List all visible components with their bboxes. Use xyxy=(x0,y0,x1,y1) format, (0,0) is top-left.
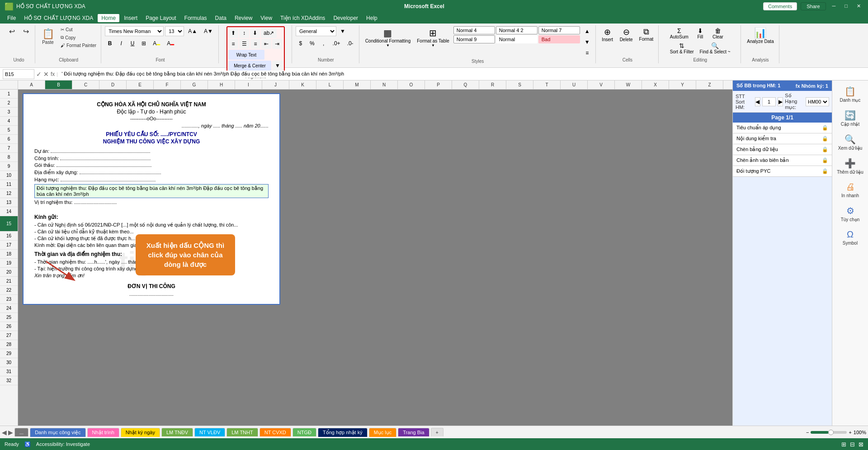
style-normal42[interactable]: Normal 4 2 xyxy=(496,26,538,34)
col-d[interactable]: D xyxy=(99,81,127,89)
cell-area[interactable]: CỘNG HÒA XÃ HỘI CHỦ NGHĨA VIỆT NAM Độc l… xyxy=(18,90,732,426)
menu-developer[interactable]: Developer xyxy=(330,14,362,22)
col-a[interactable]: A xyxy=(18,81,45,89)
format-cell-button[interactable]: ⧉ Format xyxy=(637,26,656,43)
panel-field-doi-tuong[interactable]: Đối tượng PYC 🔒 xyxy=(733,166,832,177)
panel-field-chen-bang[interactable]: Chèn bảng dữ liệu 🔒 xyxy=(733,144,832,155)
formula-cancel-icon[interactable]: ✕ xyxy=(43,71,49,78)
tuy-chon-button[interactable]: ⚙ Tùy chọn xyxy=(835,203,866,225)
row-20[interactable]: 20 xyxy=(0,268,18,277)
col-h[interactable]: H xyxy=(208,81,235,89)
increase-font-button[interactable]: A▲ xyxy=(185,26,200,36)
tab-danh-muc[interactable]: Danh mục công việc xyxy=(30,428,85,437)
align-right-button[interactable]: ≡ xyxy=(250,39,260,49)
menu-review[interactable]: Review xyxy=(231,14,256,22)
tab-add[interactable]: + xyxy=(431,428,443,436)
cell-reference-input[interactable] xyxy=(3,69,34,79)
danh-muc-button[interactable]: 📋 Danh mục xyxy=(835,83,866,105)
col-r[interactable]: R xyxy=(479,81,506,89)
zoom-out-icon[interactable]: − xyxy=(806,430,809,435)
insert-cell-button[interactable]: ⊕ Insert xyxy=(599,26,616,43)
decrease-decimal-button[interactable]: .0- xyxy=(344,38,356,48)
fill-color-button[interactable]: A▬ xyxy=(150,38,163,48)
col-y[interactable]: Y xyxy=(669,81,696,89)
nav-next[interactable]: ▶ xyxy=(778,97,783,106)
style-bad[interactable]: Bad xyxy=(538,35,580,43)
view-page-layout-icon[interactable]: ⊠ xyxy=(859,441,863,448)
fill-button[interactable]: ⬇ Fill xyxy=(692,26,708,40)
format-as-table-button[interactable]: ⊞ Format as Table ▼ xyxy=(415,26,452,49)
row-16[interactable]: 16 xyxy=(0,232,18,241)
col-q[interactable]: Q xyxy=(452,81,479,89)
tab-lm-tnht[interactable]: LM TNHT xyxy=(226,428,258,436)
align-middle-button[interactable]: ↕ xyxy=(239,28,249,38)
wrap-text-button[interactable]: Wrap Text xyxy=(228,50,264,60)
indent-increase-button[interactable]: ⇥ xyxy=(272,39,282,49)
copy-button[interactable]: ⧉ Copy xyxy=(59,34,98,41)
tab-nt-vldv[interactable]: NT VLĐV xyxy=(194,428,225,436)
border-button[interactable]: ⊞ xyxy=(139,38,149,48)
row-28[interactable]: 28 xyxy=(0,340,18,349)
view-page-break-icon[interactable]: ⊟ xyxy=(850,441,855,448)
col-aa[interactable]: AA xyxy=(723,81,732,89)
find-select-button[interactable]: 🔍 Find & Select ~ xyxy=(698,41,733,55)
xem-du-lieu-button[interactable]: 🔍 Xem dữ liệu xyxy=(835,131,866,153)
row-3[interactable]: 3 xyxy=(0,108,18,117)
font-size-select[interactable]: 13 xyxy=(165,26,184,36)
align-top-button[interactable]: ⬆ xyxy=(228,28,238,38)
row-32[interactable]: 32 xyxy=(0,376,18,385)
col-x[interactable]: X xyxy=(642,81,669,89)
row-6[interactable]: 6 xyxy=(0,135,18,144)
row-14[interactable]: 14 xyxy=(0,207,18,216)
menu-page-layout[interactable]: Page Layout xyxy=(142,14,179,22)
panel-field-tieu-chuan[interactable]: Tiêu chuẩn áp dụng 🔒 xyxy=(733,123,832,133)
row-8[interactable]: 8 xyxy=(0,153,18,162)
panel-field-chen-anh[interactable]: Chèn ảnh vào biên bản 🔒 xyxy=(733,155,832,166)
col-e[interactable]: E xyxy=(127,81,154,89)
merge-dropdown-button[interactable]: ▼ xyxy=(272,61,283,71)
col-j[interactable]: J xyxy=(262,81,289,89)
row-17[interactable]: 17 xyxy=(0,241,18,250)
col-f[interactable]: F xyxy=(154,81,181,89)
row-23[interactable]: 23 xyxy=(0,295,18,304)
row-12[interactable]: 12 xyxy=(0,189,18,198)
row-18[interactable]: 18 xyxy=(0,250,18,259)
col-i[interactable]: I xyxy=(235,81,262,89)
number-format-select[interactable]: General xyxy=(296,26,336,36)
underline-button[interactable]: U xyxy=(127,38,137,48)
col-o[interactable]: O xyxy=(398,81,425,89)
row-24[interactable]: 24 xyxy=(0,304,18,313)
row-19[interactable]: 19 xyxy=(0,259,18,268)
comments-button[interactable]: Comments xyxy=(763,2,797,10)
zoom-slider[interactable] xyxy=(811,431,847,434)
col-v[interactable]: V xyxy=(588,81,615,89)
col-c[interactable]: C xyxy=(72,81,99,89)
row-21[interactable]: 21 xyxy=(0,277,18,286)
style-normal9[interactable]: Normal 9 xyxy=(453,35,495,43)
col-n[interactable]: N xyxy=(371,81,398,89)
row-30[interactable]: 30 xyxy=(0,358,18,367)
styles-scroll-up[interactable]: ▲ xyxy=(582,26,593,36)
row-11[interactable]: 11 xyxy=(0,180,18,189)
col-k[interactable]: K xyxy=(289,81,316,89)
style-normal[interactable]: Normal xyxy=(496,35,538,43)
col-s[interactable]: S xyxy=(506,81,533,89)
col-w[interactable]: W xyxy=(615,81,642,89)
col-l[interactable]: L xyxy=(316,81,344,89)
currency-button[interactable]: $ xyxy=(296,38,306,48)
menu-data[interactable]: Data xyxy=(212,14,230,22)
styles-scroll-down[interactable]: ▼ xyxy=(582,37,593,47)
row-5[interactable]: 5 xyxy=(0,126,18,135)
col-m[interactable]: M xyxy=(344,81,371,89)
formula-input[interactable] xyxy=(60,71,865,78)
row-29[interactable]: 29 xyxy=(0,349,18,358)
col-b[interactable]: B xyxy=(45,81,72,89)
menu-tien-ich[interactable]: Tiện ích XDAddins xyxy=(277,14,329,22)
menu-home[interactable]: Home xyxy=(98,14,119,22)
bold-button[interactable]: B xyxy=(105,38,115,48)
cond-fmt-dropdown-icon[interactable]: ▼ xyxy=(386,43,390,47)
tab-muc-luc[interactable]: Mục lục xyxy=(369,428,397,437)
them-du-lieu-button[interactable]: ➕ Thêm dữ liệu xyxy=(835,155,866,177)
panel-field-noi-dung[interactable]: Nội dung kiểm tra 🔒 xyxy=(733,133,832,144)
nav-prev[interactable]: ◀ xyxy=(755,97,760,106)
